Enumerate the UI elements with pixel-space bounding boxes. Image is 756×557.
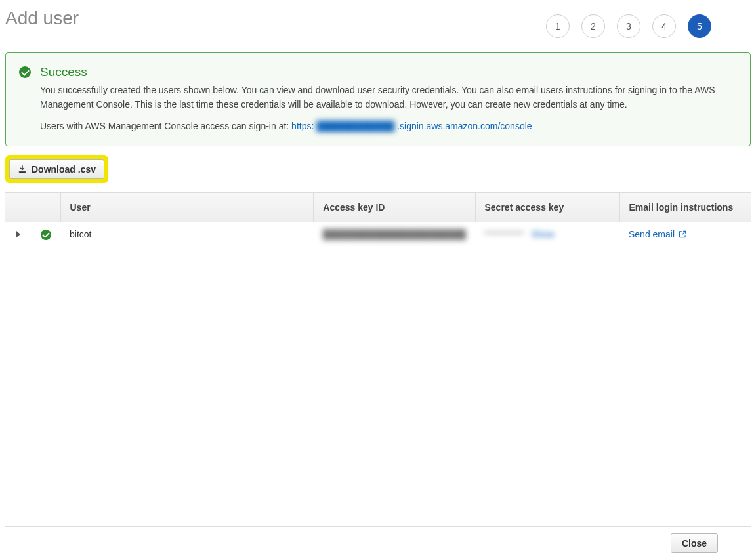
success-alert: Success You successfully created the use… (5, 52, 751, 146)
signin-link-suffix: .signin.aws.amazon.com/console (397, 121, 532, 131)
signin-link-account-id: ████████████ (316, 121, 394, 131)
cell-user: bitcot (60, 222, 314, 247)
download-highlight: Download .csv (5, 155, 108, 183)
cell-email: Send email (620, 222, 751, 247)
step-1[interactable]: 1 (546, 14, 570, 38)
header-access-key: Access key ID (314, 193, 475, 222)
close-button[interactable]: Close (671, 533, 718, 553)
row-success-icon (41, 230, 51, 240)
step-5[interactable]: 5 (688, 14, 711, 38)
download-csv-label: Download .csv (32, 164, 96, 175)
send-email-label: Send email (629, 229, 675, 239)
step-4[interactable]: 4 (652, 14, 676, 38)
success-signin-line: Users with AWS Management Console access… (40, 121, 736, 131)
header-email: Email login instructions (620, 193, 751, 222)
svg-rect-0 (19, 172, 25, 173)
signin-prefix: Users with AWS Management Console access… (40, 121, 291, 131)
page-title: Add user (5, 8, 79, 29)
signin-link[interactable]: https: ████████████ .signin.aws.amazon.c… (291, 121, 532, 131)
success-title: Success (40, 65, 736, 79)
download-icon (18, 165, 27, 174)
step-indicator: 1 2 3 4 5 (546, 8, 751, 38)
header-secret: Secret access key (475, 193, 620, 222)
cell-secret: *********** Show (475, 222, 620, 247)
show-secret-link[interactable]: Show (532, 229, 555, 239)
download-csv-button[interactable]: Download .csv (9, 159, 104, 179)
users-table: User Access key ID Secret access key Ema… (5, 192, 751, 247)
table-row: bitcot ██████████████████████ **********… (5, 222, 751, 247)
access-key-value: ██████████████████████ (323, 229, 466, 239)
secret-value: *********** (484, 229, 524, 239)
footer-bar: Close (5, 526, 751, 557)
header-status (32, 193, 60, 222)
signin-link-protocol: https: (291, 121, 314, 131)
expand-row-icon[interactable] (16, 231, 20, 237)
header-expand (5, 193, 32, 222)
success-message: You successfully created the users shown… (40, 83, 736, 112)
header-user: User (60, 193, 314, 222)
check-circle-icon (19, 66, 31, 78)
cell-access-key: ██████████████████████ (314, 222, 475, 247)
send-email-link[interactable]: Send email (629, 229, 687, 239)
step-2[interactable]: 2 (581, 14, 605, 38)
external-link-icon (678, 230, 687, 239)
step-3[interactable]: 3 (617, 14, 640, 38)
